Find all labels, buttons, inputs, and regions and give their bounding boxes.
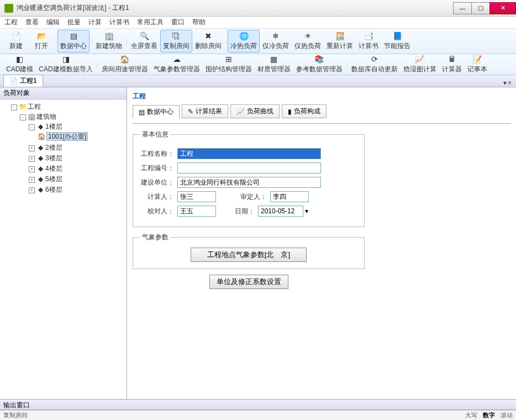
toolbar-label: 房间用途管理器 [102, 65, 148, 74]
toolbar-label: 删除房间 [195, 41, 222, 51]
content-area: 工程 ▤数据中心✎计算结果📈负荷曲线▮负荷构成 基本信息 工程名称： 工程编号：… [127, 87, 516, 399]
check-by-label: 校对人： [140, 207, 174, 216]
tree-toggle-icon[interactable]: - [11, 104, 17, 111]
proj-name-input[interactable] [177, 148, 321, 159]
tab-close-icon[interactable]: × [508, 79, 512, 87]
tree-toggle-icon[interactable]: + [29, 187, 35, 193]
tree-toggle-icon[interactable]: + [29, 145, 35, 151]
menu-item[interactable]: 工程 [4, 18, 18, 27]
status-caps: 大写 [465, 411, 477, 419]
toolbar-button[interactable]: 📝记事本 [465, 55, 490, 74]
toolbar-button[interactable]: 🏠房间用途管理器 [99, 55, 151, 74]
toolbar-button[interactable]: 📄新建 [3, 30, 29, 53]
toolbar-button[interactable]: 🌐冷热负荷 [228, 30, 260, 53]
toolbar-button[interactable]: 📑计算书 [356, 30, 381, 53]
menu-item[interactable]: 窗口 [171, 18, 185, 27]
toolbar-button[interactable]: ⊞围护结构管理器 [203, 55, 255, 74]
toolbar-button[interactable]: ◨CAD建模数据导入 [36, 55, 95, 74]
tree-floor[interactable]: 5楼层 [45, 175, 62, 183]
tab-dropdown-icon[interactable]: ▾ [503, 79, 507, 87]
menu-item[interactable]: 计算 [88, 18, 102, 27]
proj-no-input[interactable] [177, 162, 321, 174]
toolbar-button[interactable]: 🏢新建筑物 [93, 30, 125, 53]
close-button[interactable]: ✕ [489, 2, 516, 14]
toolbar-label: 复制房间 [163, 41, 189, 51]
toolbar-icon: ☀ [303, 32, 313, 40]
toolbar-button[interactable]: 🔍全屏查看 [128, 30, 160, 53]
toolbar-button[interactable]: ▦材质管理器 [255, 55, 293, 74]
tree-floor[interactable]: 1楼层 [45, 123, 62, 130]
toolbar-button[interactable]: 🖩计算器 [439, 55, 465, 74]
menu-item[interactable]: 计算书 [109, 18, 129, 27]
toolbar-button[interactable]: ✖删除房间 [192, 30, 224, 53]
menu-item[interactable]: 帮助 [192, 18, 206, 27]
toolbar-label: CAD建模 [6, 65, 33, 74]
toolbar-button[interactable]: ☁气象参数管理器 [151, 55, 203, 74]
content-tab[interactable]: 📈负荷曲线 [230, 104, 280, 118]
tree-toggle-icon[interactable]: - [29, 124, 35, 130]
tree-room[interactable]: 1001[办公室] [46, 132, 88, 141]
toolbar-label: 仅冷负荷 [262, 41, 289, 51]
toolbar-label: 新建 [9, 41, 23, 51]
tree-root[interactable]: 工程 [28, 103, 41, 111]
toolbar-button[interactable]: 📈焓湿图计算 [401, 55, 439, 74]
menu-item[interactable]: 查看 [25, 18, 39, 27]
menu-item[interactable]: 编辑 [46, 18, 60, 27]
floor-icon: ◆ [36, 144, 44, 151]
floor-icon: ◆ [36, 123, 44, 130]
object-tree[interactable]: -📁工程 -🏢建筑物 -◆1楼层🏠1001[办公室]+◆2楼层+◆3楼层+◆4楼… [0, 99, 127, 399]
tree-toggle-icon[interactable]: + [29, 166, 35, 172]
toolbar-icon: 🖩 [447, 55, 457, 64]
toolbar-icon: ⊞ [224, 55, 234, 64]
toolbar-icon: ❄ [271, 32, 281, 40]
toolbar-button[interactable]: ▤数据中心 [57, 30, 89, 53]
audit-by-input[interactable] [270, 191, 309, 202]
toolbar-button[interactable]: ◧CAD建模 [3, 55, 36, 74]
toolbar-icon: 📘 [392, 32, 402, 40]
tree-floor[interactable]: 4楼层 [45, 165, 62, 172]
toolbar-label: 重新计算 [327, 41, 353, 51]
weather-params-button[interactable]: 工程地点气象参数[北 京] [191, 248, 307, 262]
minimize-button[interactable]: — [453, 2, 472, 14]
toolbar-label: 焓湿图计算 [403, 65, 436, 74]
toolbar-button[interactable]: ☀仅热负荷 [292, 30, 324, 53]
status-bar: 复制房间 大写 数字 滚动 [0, 410, 516, 420]
toolbar-icon: 📑 [364, 32, 373, 40]
document-tab[interactable]: 📄 工程1 [3, 75, 43, 87]
calc-by-input[interactable] [177, 191, 216, 202]
toolbar-button[interactable]: 📚参考数据管理器 [293, 55, 345, 74]
check-by-input[interactable] [177, 206, 216, 217]
toolbar-label: CAD建模数据导入 [39, 65, 92, 74]
date-dropdown-icon[interactable]: ▾ [305, 207, 308, 215]
tree-floor[interactable]: 2楼层 [45, 144, 62, 151]
toolbar-button[interactable]: ⟳数据库自动更新 [349, 55, 401, 74]
maximize-button[interactable]: ▢ [471, 2, 490, 14]
weather-legend: 气象参数 [140, 233, 171, 242]
menu-item[interactable]: 常用工具 [137, 18, 164, 27]
company-input[interactable] [177, 177, 321, 188]
basic-info-group: 基本信息 工程名称： 工程编号： 建设单位： 计算人： 审定人： 校对人： [133, 130, 365, 227]
toolbar-button[interactable]: 📂打开 [29, 30, 54, 53]
tree-toggle-icon[interactable]: - [20, 114, 26, 120]
document-tab-label: 工程1 [20, 76, 37, 86]
tree-toggle-icon[interactable]: + [29, 177, 35, 183]
toolbar-label: 材质管理器 [257, 65, 291, 74]
toolbar-icon: 📝 [472, 55, 482, 64]
toolbar-button[interactable]: 📘节能报告 [381, 30, 413, 53]
date-input[interactable] [258, 206, 303, 217]
menu-item[interactable]: 批量 [67, 18, 81, 27]
tree-building[interactable]: 建筑物 [36, 113, 56, 120]
tree-floor[interactable]: 3楼层 [45, 154, 62, 162]
tab-label: 计算结果 [196, 107, 222, 116]
content-tab[interactable]: ✎计算结果 [182, 104, 228, 118]
proj-no-label: 工程编号： [140, 164, 174, 173]
output-panel-header[interactable]: 输出窗口 [0, 399, 516, 410]
toolbar-button[interactable]: ❄仅冷负荷 [260, 30, 292, 53]
toolbar-button[interactable]: 🧮重新计算 [324, 30, 356, 53]
tree-toggle-icon[interactable]: + [29, 156, 35, 162]
content-tab[interactable]: ▮负荷构成 [282, 104, 327, 118]
tree-floor[interactable]: 6楼层 [45, 186, 62, 193]
toolbar-button[interactable]: ⿻复制房间 [160, 30, 192, 53]
content-tab[interactable]: ▤数据中心 [133, 105, 180, 119]
unit-correction-button[interactable]: 单位及修正系数设置 [209, 275, 288, 289]
